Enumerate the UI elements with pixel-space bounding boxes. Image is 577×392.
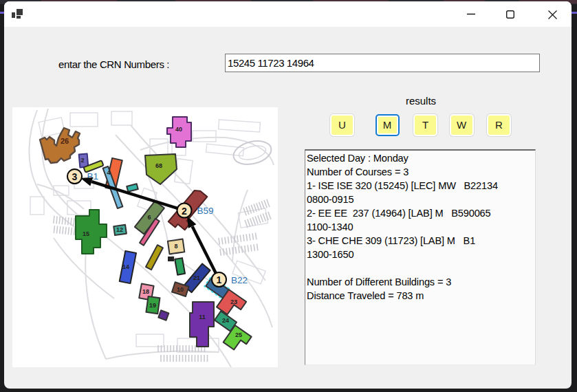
svg-text:11: 11 xyxy=(199,314,206,320)
svg-text:14: 14 xyxy=(122,263,129,270)
svg-text:B22: B22 xyxy=(231,275,248,285)
svg-text:12: 12 xyxy=(116,226,123,233)
svg-text:68: 68 xyxy=(155,162,162,169)
svg-text:24: 24 xyxy=(222,317,229,324)
svg-text:10: 10 xyxy=(177,286,184,293)
svg-text:B59: B59 xyxy=(197,206,214,216)
svg-text:6: 6 xyxy=(147,214,151,221)
svg-text:8: 8 xyxy=(174,243,177,250)
svg-text:23: 23 xyxy=(230,298,237,305)
svg-text:18: 18 xyxy=(142,288,149,295)
svg-text:3: 3 xyxy=(72,171,78,182)
svg-text:2: 2 xyxy=(80,157,84,164)
svg-text:26: 26 xyxy=(61,137,69,145)
svg-text:25: 25 xyxy=(235,331,242,338)
svg-text:15: 15 xyxy=(83,230,89,237)
svg-text:21: 21 xyxy=(193,274,200,281)
svg-text:2: 2 xyxy=(182,206,187,217)
svg-text:19: 19 xyxy=(149,302,156,309)
svg-text:1: 1 xyxy=(217,274,222,285)
svg-text:4: 4 xyxy=(107,169,110,176)
svg-text:40: 40 xyxy=(175,126,182,133)
